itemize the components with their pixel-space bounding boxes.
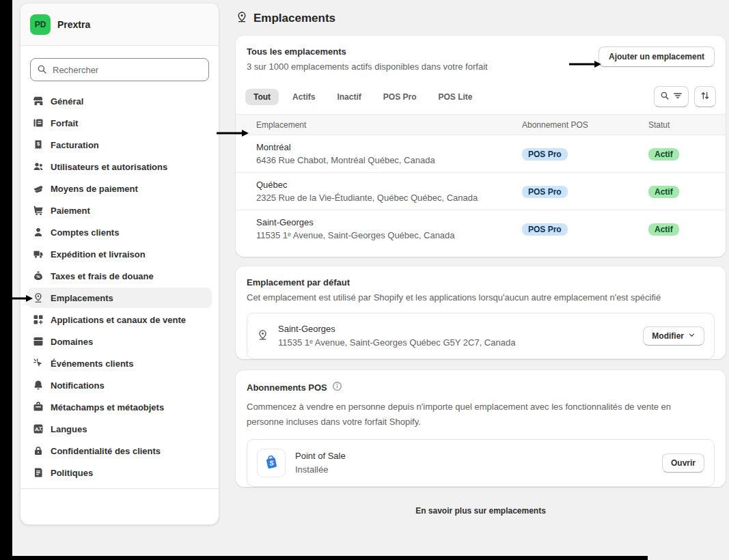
card-title: Tous les emplacements — [247, 46, 488, 57]
sidebar-item-applications[interactable]: Applications et canaux de vente — [27, 309, 212, 330]
search-filter-button[interactable] — [654, 86, 689, 107]
events-icon — [33, 358, 44, 369]
taxes-icon: % — [33, 270, 44, 281]
sidebar-item-taxes[interactable]: %Taxes et frais de douane — [27, 266, 212, 286]
metafields-icon — [33, 402, 44, 412]
billing-icon: $ — [33, 139, 44, 150]
sidebar-item-confidentialite[interactable]: Confidentialité des clients — [27, 440, 212, 461]
annotation-arrow-table-header — [216, 128, 249, 136]
settings-window: PD Prextra GénéralForfait$FacturationUti… — [0, 0, 729, 560]
sidebar-item-notifications[interactable]: Notifications — [27, 375, 212, 395]
languages-icon: A — [33, 423, 44, 434]
main-content: Emplacements Tous les emplacements 3 sur… — [236, 0, 726, 516]
sidebar-item-label: Métachamps et métaobjets — [51, 402, 164, 412]
svg-text:%: % — [36, 275, 40, 279]
sidebar-item-label: Domaines — [51, 337, 93, 347]
card-subtitle: Cet emplacement est utilisé par Shopify … — [247, 291, 684, 305]
store-header[interactable]: PD Prextra — [20, 3, 219, 46]
learn-more-link[interactable]: En savoir plus sur emplacements — [236, 506, 726, 516]
sort-icon — [700, 91, 710, 102]
chevron-down-icon — [688, 331, 696, 341]
card-subtitle: 3 sur 1000 emplacements actifs disponibl… — [247, 60, 488, 74]
store-name: Prextra — [57, 19, 90, 30]
domains-icon — [33, 336, 44, 347]
sidebar-item-evenements[interactable]: Événements clients — [27, 353, 212, 374]
location-address: 6436 Rue Chabot, Montréal Québec, Canada — [256, 154, 522, 167]
page-title: Emplacements — [253, 12, 335, 25]
payment-icon — [33, 183, 44, 194]
sidebar-item-label: Paiement — [51, 206, 90, 216]
sidebar-item-label: Facturation — [51, 140, 99, 150]
tab-inactif[interactable]: Inactif — [329, 89, 369, 105]
sidebar-item-facturation[interactable]: $Facturation — [27, 135, 212, 155]
column-abonnement-pos: Abonnement POS — [522, 120, 648, 130]
sidebar-item-label: Événements clients — [51, 359, 133, 369]
tab-pos-lite[interactable]: POS Lite — [430, 89, 480, 105]
info-icon[interactable] — [332, 381, 342, 394]
store-avatar: PD — [30, 14, 51, 35]
filter-icon — [673, 91, 683, 102]
location-name: Montréal — [256, 141, 522, 154]
location-address: 11535 1ᵉ Avenue, Saint-Georges Québec, C… — [256, 229, 522, 242]
default-location-address: 11535 1ᵉ Avenue, Saint-Georges Québec G5… — [278, 336, 633, 350]
sidebar-item-politiques[interactable]: Politiques — [27, 462, 212, 483]
card-description: Commencez à vendre en personne depuis n'… — [247, 400, 698, 430]
sidebar-nav: GénéralForfait$FacturationUtilisateurs e… — [20, 91, 219, 484]
status-badge: Actif — [648, 148, 679, 160]
svg-text:A: A — [35, 426, 39, 432]
sidebar-item-expedition[interactable]: Expédition et livraison — [27, 244, 212, 264]
sidebar-item-metachamps[interactable]: Métachamps et métaobjets — [27, 397, 212, 417]
sidebar-item-utilisateurs[interactable]: Utilisateurs et autorisations — [27, 156, 212, 177]
column-emplacement: Emplacement — [256, 120, 522, 130]
default-location-name: Saint-Georges — [278, 322, 633, 336]
sidebar-item-label: Taxes et frais de douane — [51, 271, 154, 281]
sidebar-item-langues[interactable]: ALangues — [27, 419, 212, 439]
modify-button-label: Modifier — [652, 331, 684, 341]
sort-button[interactable] — [694, 86, 716, 107]
plan-icon — [33, 117, 44, 128]
lock-icon — [33, 445, 44, 456]
sidebar-item-label: Emplacements — [51, 293, 113, 303]
apps-icon — [33, 314, 44, 325]
sidebar-item-domaines[interactable]: Domaines — [27, 331, 212, 352]
search-icon — [37, 64, 47, 77]
open-button[interactable]: Ouvrir — [662, 453, 704, 473]
sidebar-item-label: Confidentialité des clients — [51, 446, 161, 456]
sidebar-item-forfait[interactable]: Forfait — [27, 113, 212, 133]
sidebar-item-moyens-paiement[interactable]: Moyens de paiement — [27, 178, 212, 199]
status-badge: Actif — [648, 186, 679, 198]
location-row[interactable]: Montréal6436 Rue Chabot, Montréal Québec… — [236, 135, 726, 173]
all-locations-card: Tous les emplacements 3 sur 1000 emplace… — [236, 36, 726, 257]
sidebar-item-general[interactable]: Général — [27, 91, 212, 111]
sidebar-item-comptes-clients[interactable]: Comptes clients — [27, 222, 212, 242]
annotation-arrow-sidebar-emplacements — [0, 293, 33, 301]
pos-subscriptions-card: Abonnements POS Commencez à vendre en pe… — [236, 370, 726, 487]
sidebar-item-label: Langues — [51, 424, 87, 434]
tab-actifs[interactable]: Actifs — [284, 89, 323, 105]
screen-edge-bottom — [0, 556, 648, 560]
add-location-button[interactable]: Ajouter un emplacement — [599, 46, 715, 67]
search-icon — [660, 91, 670, 102]
users-icon — [33, 161, 44, 172]
location-row[interactable]: Saint-Georges11535 1ᵉ Avenue, Saint-Geor… — [236, 210, 726, 247]
status-badge: Actif — [648, 223, 679, 236]
sidebar-item-emplacements[interactable]: Emplacements — [27, 288, 212, 308]
location-row[interactable]: Québec2325 Rue de la Vie-Étudiante, Québ… — [236, 173, 726, 210]
default-location-card: Emplacement par défaut Cet emplacement e… — [236, 266, 726, 359]
tab-pos-pro[interactable]: POS Pro — [375, 89, 425, 105]
screen-edge-left — [0, 0, 12, 560]
search-input[interactable] — [30, 58, 209, 81]
tab-tout[interactable]: Tout — [245, 89, 279, 105]
location-address: 2325 Rue de la Vie-Étudiante, Québec Qué… — [256, 191, 522, 204]
locations-table-body: Montréal6436 Rue Chabot, Montréal Québec… — [236, 135, 726, 247]
modify-button[interactable]: Modifier — [643, 326, 704, 346]
shopify-pos-app-icon: S — [257, 449, 286, 477]
sidebar-item-label: Utilisateurs et autorisations — [51, 162, 167, 172]
sidebar-item-label: Expédition et livraison — [51, 249, 146, 260]
location-name: Québec — [256, 178, 522, 191]
person-icon — [33, 227, 44, 238]
pos-subscription-badge: POS Pro — [522, 148, 568, 160]
sidebar-item-paiement[interactable]: Paiement — [27, 200, 212, 221]
pos-app-name: Point of Sale — [295, 449, 652, 463]
cart-icon — [33, 205, 44, 216]
